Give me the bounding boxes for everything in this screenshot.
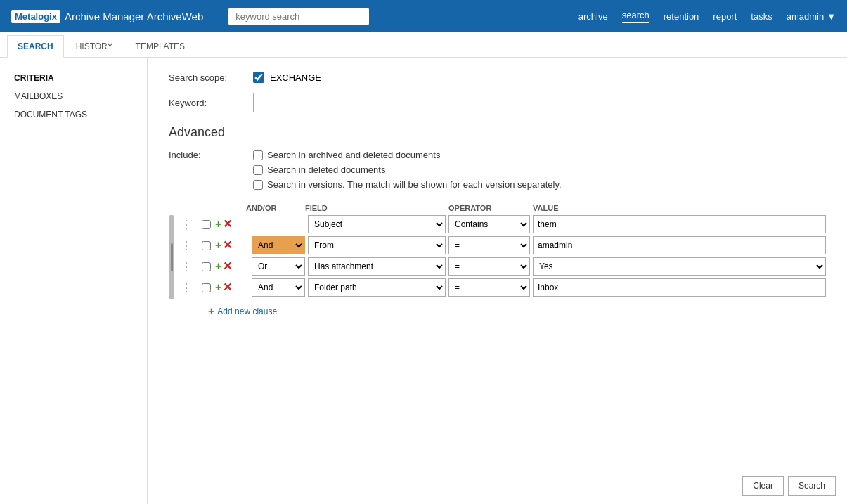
row-checkbox-1[interactable] xyxy=(202,220,211,229)
tab-bar: SEARCH HISTORY TEMPLATES xyxy=(0,32,847,58)
clause-drag-bar[interactable] xyxy=(169,215,174,299)
row-checkbox-3[interactable] xyxy=(202,262,211,271)
value-input-2[interactable] xyxy=(533,236,826,254)
field-select-2[interactable]: Subject From To Has attachment Folder pa… xyxy=(308,236,446,254)
drag-bar-inner xyxy=(171,243,173,271)
add-row-3-button[interactable]: + xyxy=(215,261,221,272)
sidebar-item-mailboxes[interactable]: MAILBOXES xyxy=(0,87,147,105)
row-select-2 xyxy=(197,241,215,250)
value-input-4[interactable] xyxy=(533,278,826,297)
include-versions-checkbox[interactable] xyxy=(253,180,263,190)
tab-templates[interactable]: TEMPLATES xyxy=(125,35,195,57)
row-actions-4: + ✕ xyxy=(215,282,252,293)
footer-buttons: Clear Search xyxy=(731,467,847,504)
exchange-checkbox[interactable] xyxy=(253,72,264,83)
nav-report[interactable]: report xyxy=(713,11,737,22)
remove-row-2-button[interactable]: ✕ xyxy=(223,240,232,251)
value-input-1[interactable] xyxy=(533,215,826,233)
clause-header-row: AND/OR FIELD OPERATOR VALUE xyxy=(170,204,826,212)
content-area: Search scope: EXCHANGE Keyword: Advanced… xyxy=(148,58,847,504)
andor-col-header: AND/OR xyxy=(246,204,302,212)
include-label: Include: xyxy=(169,150,253,160)
include-archived-checkbox[interactable] xyxy=(253,150,263,160)
add-clause-plus-icon: + xyxy=(208,305,214,318)
remove-row-3-button[interactable]: ✕ xyxy=(223,261,232,272)
global-search-input[interactable] xyxy=(228,8,369,25)
include-row: Include: Search in archived and deleted … xyxy=(169,150,826,190)
row-select-1 xyxy=(197,220,215,229)
tab-history[interactable]: HISTORY xyxy=(65,35,124,57)
clause-rows-container: ⋮ + ✕ And Subject From xyxy=(176,215,826,299)
add-row-1-button[interactable]: + xyxy=(215,219,221,230)
clause-row-2: ⋮ + ✕ And Or Subject xyxy=(176,236,826,254)
clause-section: AND/OR FIELD OPERATOR VALUE ⋮ xyxy=(169,204,826,318)
operator-select-1[interactable]: Contains = != Starts with xyxy=(448,215,530,233)
keyword-row: Keyword: xyxy=(169,93,826,112)
main-layout: CRITERIA MAILBOXES DOCUMENT TAGS Search … xyxy=(0,58,847,504)
add-row-4-button[interactable]: + xyxy=(215,282,221,293)
nav-search[interactable]: search xyxy=(622,10,649,23)
field-select-4[interactable]: Subject From To Has attachment Folder pa… xyxy=(308,278,446,297)
row-select-4 xyxy=(197,283,215,292)
remove-row-4-button[interactable]: ✕ xyxy=(223,282,232,293)
add-clause-link[interactable]: + Add new clause xyxy=(208,305,826,318)
row-actions-1: + ✕ xyxy=(215,219,252,230)
row-checkbox-4[interactable] xyxy=(202,283,211,292)
nav-retention[interactable]: retention xyxy=(664,11,699,22)
value-col-header: VALUE xyxy=(533,204,826,212)
drag-handle-1[interactable]: ⋮ xyxy=(176,218,197,231)
field-select-1[interactable]: Subject From To Has attachment Folder pa… xyxy=(308,215,446,233)
row-checkbox-2[interactable] xyxy=(202,241,211,250)
search-scope-value: EXCHANGE xyxy=(253,72,321,83)
clear-button[interactable]: Clear xyxy=(742,476,784,496)
include-deleted-checkbox[interactable] xyxy=(253,165,263,175)
operator-select-3[interactable]: Contains = != xyxy=(448,257,530,276)
nav-tasks[interactable]: tasks xyxy=(751,11,772,22)
add-clause-label: Add new clause xyxy=(217,306,277,316)
operator-col-header: OPERATOR xyxy=(448,204,530,212)
clauses-with-bar: ⋮ + ✕ And Subject From xyxy=(169,215,826,299)
value-select-3[interactable]: Yes No xyxy=(533,257,826,276)
clause-row-4: ⋮ + ✕ And Or Subject xyxy=(176,278,826,297)
include-option-2[interactable]: Search in deleted documents xyxy=(253,164,562,175)
drag-handle-3[interactable]: ⋮ xyxy=(176,260,197,273)
app-name: Archive Manager ArchiveWeb xyxy=(65,11,203,22)
add-row-2-button[interactable]: + xyxy=(215,240,221,251)
clause-row-3: ⋮ + ✕ And Or Subject xyxy=(176,257,826,276)
keyword-input[interactable] xyxy=(253,93,446,112)
operator-select-2[interactable]: Contains = != xyxy=(448,236,530,254)
andor-select-2[interactable]: And Or xyxy=(252,236,305,254)
chevron-down-icon: ▼ xyxy=(827,11,836,22)
nav-archive[interactable]: archive xyxy=(578,11,608,22)
andor-select-3[interactable]: And Or xyxy=(252,257,305,276)
row-select-3 xyxy=(197,262,215,271)
sidebar-item-criteria[interactable]: CRITERIA xyxy=(0,69,147,87)
include-options: Search in archived and deleted documents… xyxy=(253,150,562,190)
keyword-label: Keyword: xyxy=(169,98,253,108)
logo: Metalogix xyxy=(11,10,60,23)
remove-row-1-button[interactable]: ✕ xyxy=(223,219,232,230)
drag-handle-2[interactable]: ⋮ xyxy=(176,239,197,252)
field-col-header: FIELD xyxy=(305,204,446,212)
search-button[interactable]: Search xyxy=(788,476,836,496)
search-scope-row: Search scope: EXCHANGE xyxy=(169,72,826,83)
include-option-1[interactable]: Search in archived and deleted documents xyxy=(253,150,562,160)
operator-select-4[interactable]: Contains = != xyxy=(448,278,530,297)
drag-handle-4[interactable]: ⋮ xyxy=(176,281,197,295)
andor-select-4[interactable]: And Or xyxy=(252,278,305,297)
nav-amadmin[interactable]: amadmin ▼ xyxy=(787,11,836,22)
header: Metalogix Archive Manager ArchiveWeb arc… xyxy=(0,0,847,32)
clause-row-1: ⋮ + ✕ And Subject From xyxy=(176,215,826,233)
include-option-3[interactable]: Search in versions. The match will be sh… xyxy=(253,179,562,190)
exchange-label: EXCHANGE xyxy=(270,72,321,83)
brand: Metalogix Archive Manager ArchiveWeb xyxy=(11,10,203,23)
row-actions-2: + ✕ xyxy=(215,240,252,251)
tab-search[interactable]: SEARCH xyxy=(7,35,64,58)
advanced-title: Advanced xyxy=(169,125,826,140)
row-actions-3: + ✕ xyxy=(215,261,252,272)
sidebar-item-document-tags[interactable]: DOCUMENT TAGS xyxy=(0,105,147,124)
field-select-3[interactable]: Subject From To Has attachment Folder pa… xyxy=(308,257,446,276)
sidebar: CRITERIA MAILBOXES DOCUMENT TAGS xyxy=(0,58,148,504)
main-nav: archive search retention report tasks am… xyxy=(578,10,836,23)
search-scope-label: Search scope: xyxy=(169,72,253,83)
